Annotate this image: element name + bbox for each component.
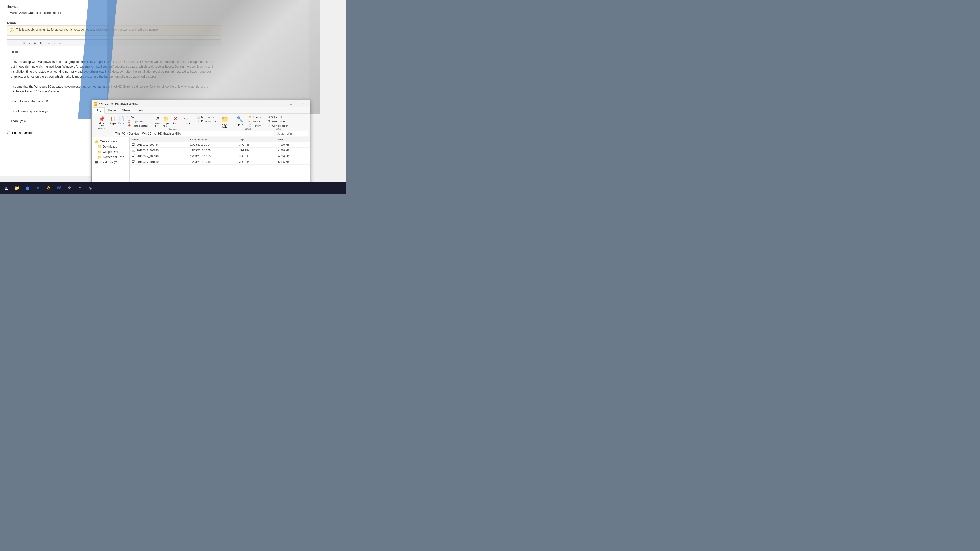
open-btn[interactable]: 📂 Open ▾: [247, 115, 262, 119]
paste-shortcut-btn[interactable]: 📌 Paste shortcut: [126, 124, 150, 128]
sidebar-item-downloads[interactable]: 📁 Downloads: [92, 144, 129, 149]
pin-icon: 📌: [99, 116, 105, 122]
select-none-label: Select none ..: [271, 120, 287, 123]
edit-icon: ✏: [248, 120, 250, 123]
file-list: Name Date modified Type Size 🖼 20180317_…: [130, 137, 310, 185]
underline-btn[interactable]: U: [33, 41, 37, 45]
sidebar-item-label: Quick access: [100, 140, 117, 143]
redo-btn[interactable]: ↪: [16, 41, 21, 45]
maximize-btn[interactable]: □: [285, 100, 296, 108]
copy-btn[interactable]: 📋 Copy: [109, 115, 117, 130]
file-name-1: 🖼 20180317_100520: [132, 149, 190, 152]
new-small-btns: 📄 New item ▾ ⚡ Easy access ▾: [196, 115, 220, 130]
table-row[interactable]: 🖼 20180317_100520 17/03/2018 10:05 JPG F…: [130, 148, 310, 153]
tab-home[interactable]: Home: [105, 108, 119, 113]
biomedical-icon: 📁: [97, 155, 101, 159]
ribbon-tabs: File Home Share View: [92, 108, 310, 114]
tab-view[interactable]: View: [133, 108, 146, 113]
app1-taskbar[interactable]: ❖: [65, 183, 74, 193]
new-item-icon: 📄: [197, 116, 200, 119]
close-btn[interactable]: ✕: [297, 100, 308, 108]
search-input[interactable]: [275, 131, 308, 137]
history-icon: 🕐: [248, 124, 251, 127]
norton-taskbar[interactable]: ⚙: [44, 183, 53, 193]
chrome-taskbar[interactable]: ⬤: [23, 183, 32, 193]
edit-btn[interactable]: ✏ Open ▼: [247, 119, 262, 123]
file-size-0: 4,209 KB: [278, 143, 308, 146]
sidebar-item-google-drive[interactable]: 📁 Google Drive: [92, 149, 129, 154]
invert-label: Invert selection: [270, 124, 288, 127]
cut-icon: ✂: [127, 116, 130, 119]
delete-label: Delete: [172, 122, 179, 125]
file-date-1: 17/03/2018 10:05: [190, 149, 239, 152]
post-question-radio[interactable]: [7, 131, 10, 134]
new-folder-btn[interactable]: 📁 Newfolder: [220, 115, 230, 130]
address-path[interactable]: This PC > Desktop > Win 10 Intel HD Grap…: [113, 131, 274, 137]
select-none-icon: ☐: [267, 120, 270, 123]
file-size-1: 4,888 KB: [278, 149, 308, 152]
copy-to-label: Copyto ▾: [163, 122, 169, 127]
file-name-3: 🖼 20180317_101510: [132, 160, 190, 164]
select-all-btn[interactable]: ☑ Select all: [266, 115, 290, 119]
move-to-label: Moveto ▾: [154, 122, 160, 127]
table-row[interactable]: 🖼 20180317_101510 17/03/2018 10:15 JPG F…: [130, 159, 310, 165]
open-buttons: 🔧 Properties 📂 Open ▾ ✏ Open ▼: [233, 115, 263, 128]
bold-btn[interactable]: B: [22, 41, 27, 45]
properties-icon: 🔧: [237, 116, 243, 122]
organize-buttons: ↗ Moveto ▾ 📁 Copyto ▾ ✕ Delete ✏ Rename: [153, 115, 192, 128]
pin-quick-access-btn[interactable]: 📌 Pin to Quickaccess: [94, 115, 109, 130]
align-left-btn[interactable]: ≡: [47, 41, 51, 45]
delete-btn[interactable]: ✕ Delete: [171, 115, 180, 128]
forward-btn[interactable]: →: [100, 131, 105, 137]
easy-access-icon: ⚡: [197, 120, 200, 123]
copy-path-btn[interactable]: 📋 Copy path: [126, 119, 150, 123]
start-button[interactable]: ⊞: [2, 183, 11, 193]
select-all-icon: ☑: [267, 116, 270, 119]
align-right-btn[interactable]: ≡: [58, 41, 62, 45]
move-to-btn[interactable]: ↗ Moveto ▾: [153, 115, 161, 128]
sidebar-gdrive-label: Google Drive: [103, 150, 119, 154]
cut-label: Cut: [130, 116, 135, 119]
edge-taskbar[interactable]: e: [33, 183, 43, 193]
copy-path-icon: 📋: [127, 120, 131, 123]
minimize-btn[interactable]: ─: [274, 100, 285, 108]
app2-taskbar[interactable]: ✦: [75, 183, 84, 193]
undo-btn[interactable]: ↩: [9, 41, 14, 45]
word-taskbar[interactable]: W: [54, 183, 64, 193]
up-btn[interactable]: ↑: [107, 131, 112, 137]
file-size-3: 6,115 KB: [278, 160, 308, 163]
paste-btn[interactable]: 📄 Paste: [118, 115, 126, 130]
back-btn[interactable]: ←: [93, 131, 99, 137]
new-item-btn[interactable]: 📄 New item ▾: [196, 115, 220, 119]
open-small-btns: 📂 Open ▾ ✏ Open ▼ 🕐 History: [247, 115, 262, 128]
file-icon-0: 🖼: [132, 143, 135, 146]
align-center-btn[interactable]: ≡: [52, 41, 57, 45]
warning-icon: ⓘ: [10, 28, 14, 33]
file-size-2: 4,284 KB: [278, 155, 308, 157]
app3-taskbar[interactable]: ◈: [86, 183, 95, 193]
cut-btn[interactable]: ✂ Cut: [126, 115, 150, 119]
invert-selection-btn[interactable]: ⇄ Invert selection: [266, 124, 290, 128]
file-explorer-taskbar[interactable]: 📁: [12, 183, 22, 193]
select-none-btn[interactable]: ☐ Select none ..: [266, 119, 290, 123]
easy-access-label: Easy access ▾: [201, 120, 218, 123]
copy-to-icon: 📁: [163, 116, 169, 122]
paste-shortcut-label: Paste shortcut: [132, 124, 148, 127]
italic-btn[interactable]: I: [28, 41, 31, 45]
rename-btn[interactable]: ✏ Rename: [180, 115, 192, 128]
sidebar-item-local-disk[interactable]: 💻 Local Disk (C:): [92, 160, 129, 165]
title-bar: 📁 Win 10 Intel HD Graphics Glitch ─ □ ✕: [92, 100, 310, 108]
paste-icon: 📄: [118, 116, 124, 122]
table-row[interactable]: 🖼 20180317_100444 17/03/2018 10:04 JPG F…: [130, 142, 310, 148]
copy-to-btn[interactable]: 📁 Copyto ▾: [162, 115, 170, 128]
properties-btn[interactable]: 🔧 Properties: [233, 115, 247, 128]
strikethrough-btn[interactable]: S: [39, 41, 43, 45]
tab-share[interactable]: Share: [119, 108, 133, 113]
table-row[interactable]: 🖼 20180317_100548 17/03/2018 10:05 JPG F…: [130, 153, 310, 159]
tab-file[interactable]: File: [93, 108, 105, 114]
clipboard-buttons: 📌 Pin to Quickaccess 📋 Copy 📄 Paste: [94, 115, 150, 130]
history-btn[interactable]: 🕐 History: [247, 124, 262, 128]
sidebar-item-biomedical[interactable]: 📁 Biomedical Rese: [92, 154, 129, 160]
sidebar-item-quick-access[interactable]: ⭐ Quick access: [92, 139, 129, 144]
easy-access-btn[interactable]: ⚡ Easy access ▾: [196, 119, 220, 123]
